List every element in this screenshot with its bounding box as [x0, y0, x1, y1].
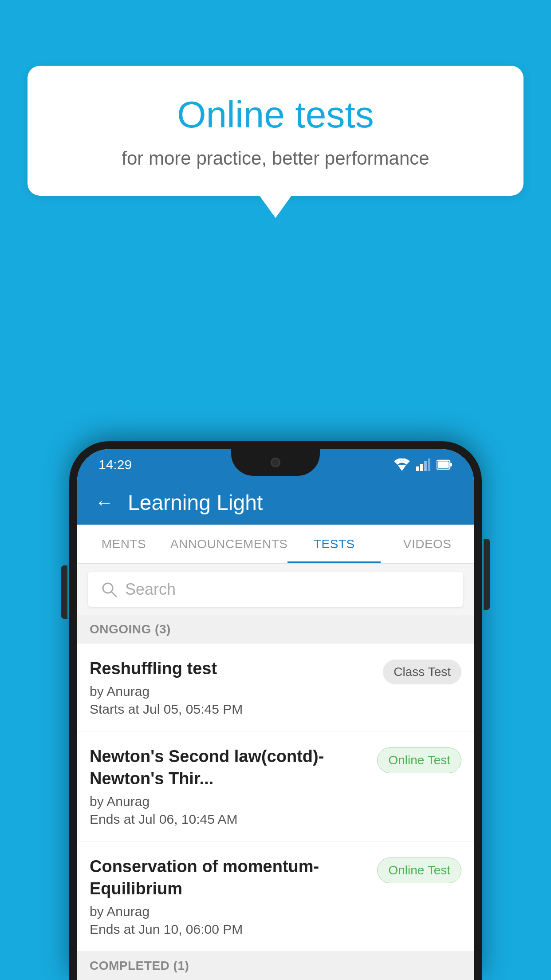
time-label: Ends at: [90, 922, 135, 937]
svg-marker-0: [398, 465, 406, 471]
test-item[interactable]: Reshuffling test by Anurag Starts at Jul…: [77, 644, 474, 731]
bubble-subtitle: for more practice, better performance: [63, 148, 488, 169]
search-placeholder: Search: [125, 580, 176, 599]
test-badge-online-2: Online Test: [377, 858, 461, 883]
test-time: Starts at Jul 05, 05:45 PM: [90, 702, 374, 717]
svg-rect-4: [428, 458, 430, 471]
test-author: by Anurag: [90, 794, 368, 809]
speech-bubble-arrow: [260, 196, 291, 218]
status-bar: 14:29: [77, 449, 474, 480]
test-name: Conservation of momentum-Equilibrium: [90, 856, 368, 900]
tab-tests[interactable]: TESTS: [287, 525, 381, 563]
bubble-title: Online tests: [63, 92, 488, 137]
completed-section-header: COMPLETED (1): [77, 952, 474, 980]
test-item[interactable]: Newton's Second law(contd)-Newton's Thir…: [77, 731, 474, 842]
svg-rect-7: [438, 462, 449, 468]
svg-rect-2: [420, 464, 423, 471]
test-info: Conservation of momentum-Equilibrium by …: [90, 856, 368, 937]
svg-rect-1: [416, 466, 419, 471]
ongoing-section-header: ONGOING (3): [77, 615, 474, 644]
test-badge-class: Class Test: [383, 660, 461, 684]
search-container: Search: [77, 564, 474, 615]
time-label: Starts at: [90, 702, 139, 716]
svg-rect-3: [424, 461, 427, 471]
search-icon: [101, 581, 117, 597]
status-icons: [394, 458, 453, 471]
phone-screen: 14:29: [77, 449, 474, 980]
test-badge-online: Online Test: [377, 747, 461, 773]
test-item[interactable]: Conservation of momentum-Equilibrium by …: [77, 842, 474, 952]
test-info: Newton's Second law(contd)-Newton's Thir…: [90, 746, 368, 827]
signal-icon: [416, 458, 430, 471]
tab-announcements[interactable]: ANNOUNCEMENTS: [170, 525, 288, 563]
svg-rect-6: [450, 463, 452, 466]
time-label: Ends at: [90, 812, 135, 826]
wifi-icon: [394, 458, 410, 471]
tab-ments[interactable]: MENTS: [77, 525, 170, 563]
app-title: Learning Light: [128, 490, 263, 515]
notch: [231, 449, 320, 476]
camera-dot: [271, 458, 280, 467]
svg-line-9: [111, 592, 116, 597]
test-time: Ends at Jun 10, 06:00 PM: [90, 922, 368, 937]
phone-outer: 14:29: [69, 441, 482, 980]
speech-bubble-container: Online tests for more practice, better p…: [28, 66, 523, 218]
test-info: Reshuffling test by Anurag Starts at Jul…: [90, 658, 374, 717]
test-list: Reshuffling test by Anurag Starts at Jul…: [77, 644, 474, 952]
test-author: by Anurag: [90, 684, 374, 699]
test-name: Newton's Second law(contd)-Newton's Thir…: [90, 746, 368, 790]
test-author: by Anurag: [90, 904, 368, 919]
test-time: Ends at Jul 06, 10:45 AM: [90, 812, 368, 827]
time-value: Jul 05, 05:45 PM: [143, 702, 243, 716]
tab-videos[interactable]: VIDEOS: [381, 525, 474, 563]
tab-bar: MENTS ANNOUNCEMENTS TESTS VIDEOS: [77, 525, 474, 564]
battery-icon: [437, 459, 453, 470]
phone-wrapper: 14:29: [69, 441, 482, 980]
app-header: ← Learning Light: [77, 480, 474, 525]
speech-bubble: Online tests for more practice, better p…: [28, 66, 523, 196]
search-bar[interactable]: Search: [88, 572, 463, 607]
time-value: Jul 06, 10:45 AM: [138, 812, 237, 826]
status-time: 14:29: [98, 457, 132, 472]
back-button[interactable]: ←: [95, 492, 114, 513]
time-value: Jun 10, 06:00 PM: [138, 922, 243, 937]
test-name: Reshuffling test: [90, 658, 374, 680]
